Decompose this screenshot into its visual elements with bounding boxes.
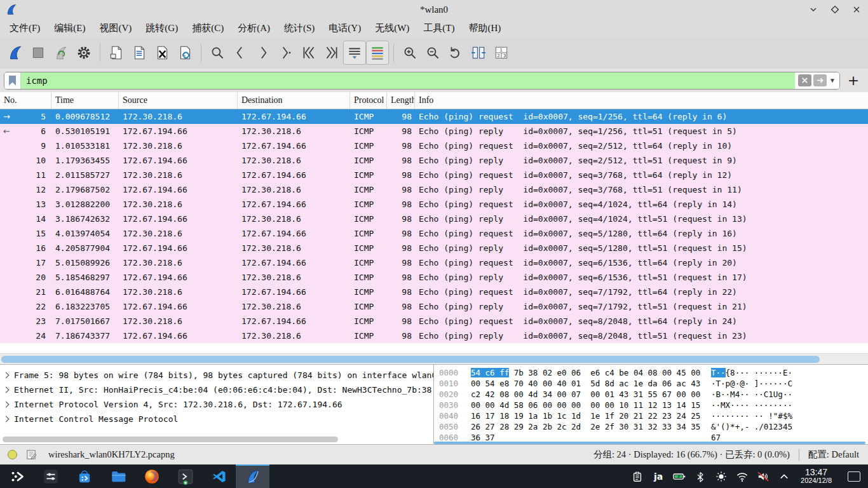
hex-row[interactable]: 001000 54 e8 70 40 00 40 01 5d 8d ac 1e … <box>434 378 868 389</box>
column-header-time[interactable]: Time <box>51 92 119 109</box>
detail-row[interactable]: Ethernet II, Src: HonHaiPrecis_c4:be:04 … <box>0 383 433 397</box>
hex-row[interactable]: 000054 c6 ff 7b 38 02 e0 06 e6 c4 be 04 … <box>434 367 868 378</box>
details-hscrollbar-thumb[interactable] <box>3 437 338 442</box>
packet-row[interactable]: 122.179687502172.67.194.66172.30.218.6IC… <box>0 182 868 197</box>
expand-chevron-icon[interactable] <box>3 416 10 423</box>
column-header-destination[interactable]: Destination <box>238 92 350 109</box>
add-filter-button[interactable]: + <box>845 72 862 90</box>
hex-row[interactable]: 005026 27 28 29 2a 2b 2c 2d 2e 2f 30 31 … <box>434 421 868 432</box>
hex-row[interactable]: 003000 00 4d 58 06 00 00 00 00 00 10 11 … <box>434 400 868 410</box>
menu-item[interactable]: 视图(V) <box>93 21 139 36</box>
go-back-button[interactable] <box>229 41 252 65</box>
detail-row[interactable]: Frame 5: 98 bytes on wire (784 bits), 98… <box>0 368 433 383</box>
packet-row[interactable]: 133.012882200172.30.218.6172.67.194.66IC… <box>0 197 868 212</box>
hscrollbar-thumb[interactable] <box>1 356 820 363</box>
menu-item[interactable]: 工具(T) <box>416 21 461 36</box>
hex-ascii[interactable]: ········ ·· !"#$% <box>711 411 792 421</box>
menu-item[interactable]: 帮助(H) <box>461 21 508 36</box>
volume-muted-icon[interactable] <box>755 468 771 485</box>
hex-bytes[interactable]: 00 00 4d 58 06 00 00 00 00 00 10 11 12 1… <box>471 400 711 410</box>
filter-dropdown-caret[interactable]: ▼ <box>829 77 836 84</box>
taskbar-clock[interactable]: 13:47 2024/12/8 <box>801 468 832 484</box>
column-header-source[interactable]: Source <box>119 92 238 109</box>
go-to-packet-button[interactable] <box>275 41 297 65</box>
hex-bytes[interactable]: 00 54 e8 70 40 00 40 01 5d 8d ac 1e da 0… <box>471 379 711 388</box>
clear-filter-button[interactable] <box>798 74 811 86</box>
minimize-button[interactable] <box>808 4 818 15</box>
hex-ascii[interactable]: 67 <box>711 433 721 442</box>
go-forward-button[interactable] <box>252 41 275 65</box>
taskbar-app-file-manager[interactable] <box>101 464 135 488</box>
taskbar-app-firefox[interactable] <box>135 464 168 488</box>
menu-item[interactable]: 分析(A) <box>231 21 277 36</box>
zoom-in-button[interactable] <box>398 41 421 65</box>
packet-row[interactable]: 91.010533181172.30.218.6172.67.194.66ICM… <box>0 139 868 153</box>
close-file-button[interactable] <box>151 41 173 65</box>
menu-item[interactable]: 文件(F) <box>3 21 47 36</box>
column-header-length[interactable]: Length <box>387 92 415 109</box>
expert-info-icon[interactable] <box>8 450 17 459</box>
hex-row[interactable]: 004016 17 18 19 1a 1b 1c 1d 1e 1f 20 21 … <box>434 410 868 421</box>
open-file-button[interactable] <box>105 41 128 65</box>
bytes-hscrollbar-thumb[interactable] <box>434 442 865 444</box>
expand-chevron-icon[interactable] <box>3 402 10 408</box>
restart-capture-button[interactable] <box>50 41 72 65</box>
zoom-out-button[interactable] <box>421 41 444 65</box>
menu-item[interactable]: 捕获(C) <box>185 21 231 36</box>
packet-row[interactable]: 237.017501667172.30.218.6172.67.194.66IC… <box>0 314 868 329</box>
expand-chevron-icon[interactable] <box>3 387 10 393</box>
menu-item[interactable]: 编辑(E) <box>47 21 92 36</box>
filter-bookmark-icon[interactable] <box>4 72 21 89</box>
taskbar-app-terminal[interactable] <box>168 464 202 488</box>
hex-bytes[interactable]: 26 27 28 29 2a 2b 2c 2d 2e 2f 30 31 32 3… <box>471 422 711 431</box>
packet-row[interactable]: 154.013974054172.30.218.6172.67.194.66IC… <box>0 226 868 241</box>
start-capture-button[interactable] <box>4 41 27 65</box>
maximize-button[interactable] <box>830 4 840 15</box>
bluetooth-icon[interactable] <box>692 468 709 485</box>
packet-row[interactable]: 112.011585727172.30.218.6172.67.194.66IC… <box>0 168 868 182</box>
brightness-icon[interactable] <box>713 468 729 485</box>
hex-row[interactable]: 0020c2 42 08 00 4d 34 00 07 00 01 43 31 … <box>434 389 868 400</box>
hex-bytes[interactable]: c2 42 08 00 4d 34 00 07 00 01 43 31 55 6… <box>471 390 711 399</box>
zoom-reset-button[interactable] <box>444 41 467 65</box>
input-method-indicator[interactable]: ja <box>650 468 667 485</box>
profile-label[interactable]: 配置: Default <box>808 449 859 461</box>
menu-item[interactable]: 电话(Y) <box>322 21 368 36</box>
taskbar-app-wireshark[interactable] <box>236 464 269 488</box>
show-desktop-button[interactable] <box>848 471 860 482</box>
packet-row[interactable]: ←60.530105191172.67.194.66172.30.218.6IC… <box>0 124 868 139</box>
hex-bytes[interactable]: 54 c6 ff 7b 38 02 e0 06 e6 c4 be 04 08 0… <box>471 368 711 377</box>
hex-bytes[interactable]: 16 17 18 19 1a 1b 1c 1d 1e 1f 20 21 22 2… <box>471 411 711 421</box>
hex-ascii[interactable]: &'()*+,- ./012345 <box>711 422 792 431</box>
capture-comment-icon[interactable] <box>26 449 37 460</box>
packet-row[interactable]: 216.016488764172.30.218.6172.67.194.66IC… <box>0 285 868 299</box>
colorize-button[interactable] <box>366 41 389 65</box>
menu-item[interactable]: 统计(S) <box>277 21 322 36</box>
detail-row[interactable]: Internet Protocol Version 4, Src: 172.30… <box>0 397 433 412</box>
resize-columns-button[interactable] <box>467 41 490 65</box>
packet-row[interactable]: →50.009678512172.30.218.6172.67.194.66IC… <box>0 109 868 124</box>
numbered-columns-button[interactable]: 123 <box>490 41 513 65</box>
menu-item[interactable]: 跳转(G) <box>139 21 185 36</box>
auto-scroll-button[interactable] <box>343 41 366 65</box>
hex-bytes[interactable]: 36 37 <box>471 433 711 442</box>
packet-row[interactable]: 143.186742632172.67.194.66172.30.218.6IC… <box>0 212 868 226</box>
find-packet-button[interactable] <box>206 41 229 65</box>
packet-row[interactable]: 247.186743377172.67.194.66172.30.218.6IC… <box>0 329 868 343</box>
reload-file-button[interactable] <box>173 41 196 65</box>
display-filter-input[interactable] <box>21 72 795 89</box>
packet-row[interactable]: 175.015089926172.30.218.6172.67.194.66IC… <box>0 255 868 270</box>
go-last-button[interactable] <box>320 41 343 65</box>
packet-row[interactable]: 205.185468297172.67.194.66172.30.218.6IC… <box>0 270 868 285</box>
menu-item[interactable]: 无线(W) <box>368 21 416 36</box>
column-header-no[interactable]: No. <box>0 92 51 109</box>
capture-options-button[interactable] <box>72 41 95 65</box>
apply-filter-button[interactable] <box>813 74 827 86</box>
hex-ascii[interactable]: ·T·p@·@· ]······C <box>711 379 792 388</box>
wifi-icon[interactable] <box>734 468 750 485</box>
battery-icon[interactable] <box>671 468 688 485</box>
clipboard-icon[interactable] <box>629 468 646 485</box>
column-header-protocol[interactable]: Protocol <box>350 92 387 109</box>
packet-row[interactable]: 101.179363455172.67.194.66172.30.218.6IC… <box>0 153 868 168</box>
save-file-button[interactable] <box>128 41 151 65</box>
